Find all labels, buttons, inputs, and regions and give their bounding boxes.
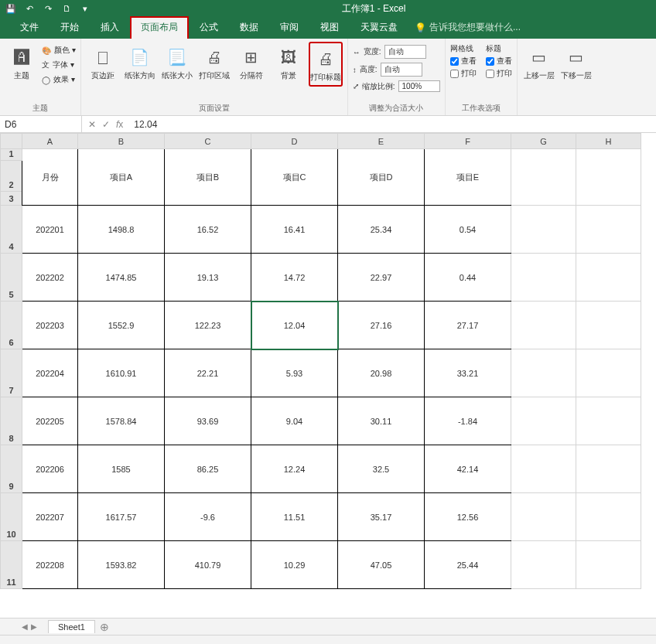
- print-area-button[interactable]: 🖨打印区域: [197, 42, 231, 83]
- tell-me-search[interactable]: 💡 告诉我您想要做什么...: [408, 16, 527, 39]
- grid-cell[interactable]: [576, 493, 641, 541]
- grid-cell[interactable]: 11.51: [251, 493, 338, 541]
- row-header[interactable]: 5: [1, 254, 22, 302]
- row-header[interactable]: 1: [1, 149, 22, 161]
- grid-cell[interactable]: 1617.57: [78, 493, 165, 541]
- grid-cell[interactable]: 25.34: [338, 206, 425, 254]
- headings-print-checkbox[interactable]: 打印: [486, 68, 512, 79]
- grid-cell[interactable]: [511, 493, 576, 541]
- grid-cell[interactable]: [576, 445, 641, 493]
- column-header[interactable]: B: [78, 134, 165, 149]
- row-header[interactable]: 2: [1, 161, 22, 192]
- grid-cell[interactable]: 30.11: [338, 397, 425, 445]
- grid-cell[interactable]: 202201: [22, 206, 78, 254]
- grid-cell[interactable]: 410.79: [165, 541, 251, 589]
- tab-home[interactable]: 开始: [50, 16, 90, 39]
- grid-cell[interactable]: [511, 397, 576, 445]
- grid-cell[interactable]: 14.72: [251, 254, 338, 302]
- grid-cell[interactable]: 12.56: [425, 493, 511, 541]
- redo-icon[interactable]: ↷: [42, 2, 54, 15]
- print-titles-button[interactable]: 🖨打印标题: [309, 42, 343, 87]
- grid-cell[interactable]: 1474.85: [78, 254, 165, 302]
- grid-cell[interactable]: 1585: [78, 445, 165, 493]
- grid-cell[interactable]: [511, 541, 576, 589]
- row-header[interactable]: 6: [1, 302, 22, 349]
- column-header[interactable]: C: [165, 134, 251, 149]
- send-backward-button[interactable]: ▭下移一层: [559, 42, 593, 83]
- grid-cell[interactable]: 1610.91: [78, 349, 165, 397]
- grid-cell[interactable]: 202204: [22, 349, 78, 397]
- grid-cell[interactable]: 0.44: [425, 254, 511, 302]
- theme-fonts-button[interactable]: 文字体 ▾: [42, 60, 76, 70]
- grid-cell[interactable]: [511, 206, 576, 254]
- qat-dropdown-icon[interactable]: ▾: [79, 2, 91, 15]
- grid-cell[interactable]: 12.04: [251, 302, 338, 349]
- headings-view-checkbox[interactable]: 查看: [486, 56, 512, 66]
- grid-cell[interactable]: 202202: [22, 254, 78, 302]
- row-header[interactable]: 10: [1, 493, 22, 541]
- grid-cell[interactable]: 0.54: [425, 206, 511, 254]
- header-cell[interactable]: 项目D: [338, 149, 425, 206]
- select-all-cell[interactable]: [1, 134, 22, 149]
- grid-cell[interactable]: 1578.84: [78, 397, 165, 445]
- grid-cell[interactable]: 10.29: [251, 541, 338, 589]
- grid-cell[interactable]: 47.05: [338, 541, 425, 589]
- grid-cell[interactable]: 22.97: [338, 254, 425, 302]
- width-select[interactable]: 自动: [384, 45, 426, 59]
- tab-file[interactable]: 文件: [9, 16, 50, 39]
- grid-cell[interactable]: -1.84: [425, 397, 511, 445]
- row-header[interactable]: 9: [1, 445, 22, 493]
- header-cell[interactable]: 项目E: [425, 149, 511, 206]
- spreadsheet-grid[interactable]: ABCDEFGH1月份项目A项目B项目C项目D项目E2342022011498.…: [0, 133, 656, 609]
- grid-cell[interactable]: 42.14: [425, 445, 511, 493]
- grid-cell[interactable]: -9.6: [165, 493, 251, 541]
- tab-insert[interactable]: 插入: [90, 16, 130, 39]
- grid-cell[interactable]: 19.13: [165, 254, 251, 302]
- grid-cell[interactable]: 5.93: [251, 349, 338, 397]
- grid-cell[interactable]: 86.25: [165, 445, 251, 493]
- grid-cell[interactable]: 202205: [22, 397, 78, 445]
- margins-button[interactable]: ⎕页边距: [86, 42, 120, 83]
- themes-button[interactable]: 🅰 主题: [5, 42, 39, 83]
- enter-icon[interactable]: ✓: [102, 119, 110, 130]
- gridlines-print-checkbox[interactable]: 打印: [450, 68, 477, 79]
- size-button[interactable]: 📃纸张大小: [160, 42, 194, 83]
- row-header[interactable]: 8: [1, 397, 22, 445]
- theme-colors-button[interactable]: 🎨颜色 ▾: [42, 45, 76, 56]
- column-header[interactable]: A: [22, 134, 78, 149]
- grid-cell[interactable]: 9.04: [251, 397, 338, 445]
- grid-cell[interactable]: [576, 206, 641, 254]
- grid-cell[interactable]: 25.44: [425, 541, 511, 589]
- grid-cell[interactable]: [576, 302, 641, 349]
- header-cell[interactable]: 项目B: [165, 149, 251, 206]
- column-header[interactable]: G: [511, 134, 576, 149]
- orientation-button[interactable]: 📄纸张方向: [123, 42, 157, 83]
- gridlines-view-checkbox[interactable]: 查看: [450, 56, 477, 66]
- grid-cell[interactable]: 12.24: [251, 445, 338, 493]
- grid-cell[interactable]: 1498.8: [78, 206, 165, 254]
- column-header[interactable]: E: [338, 134, 425, 149]
- new-doc-icon[interactable]: 🗋: [60, 2, 73, 15]
- grid-cell[interactable]: [576, 397, 641, 445]
- grid-cell[interactable]: [511, 302, 576, 349]
- tab-formulas[interactable]: 公式: [189, 16, 229, 39]
- row-header[interactable]: 7: [1, 349, 22, 397]
- formula-input[interactable]: 12.04: [129, 119, 656, 130]
- grid-cell[interactable]: 35.17: [338, 493, 425, 541]
- row-header[interactable]: 3: [1, 192, 22, 206]
- grid-cell[interactable]: 16.41: [251, 206, 338, 254]
- grid-cell[interactable]: 1593.82: [78, 541, 165, 589]
- grid-cell[interactable]: 202203: [22, 302, 78, 349]
- grid-cell[interactable]: 32.5: [338, 445, 425, 493]
- grid-cell[interactable]: 33.21: [425, 349, 511, 397]
- grid-cell[interactable]: 202206: [22, 445, 78, 493]
- save-icon[interactable]: 💾: [5, 2, 17, 15]
- grid-cell[interactable]: [576, 349, 641, 397]
- bring-forward-button[interactable]: ▭上移一层: [522, 42, 556, 83]
- tab-view[interactable]: 视图: [309, 16, 350, 39]
- grid-cell[interactable]: 16.52: [165, 206, 251, 254]
- undo-icon[interactable]: ↶: [23, 2, 36, 15]
- cancel-icon[interactable]: ✕: [88, 119, 96, 130]
- grid-cell[interactable]: 93.69: [165, 397, 251, 445]
- column-header[interactable]: F: [425, 134, 511, 149]
